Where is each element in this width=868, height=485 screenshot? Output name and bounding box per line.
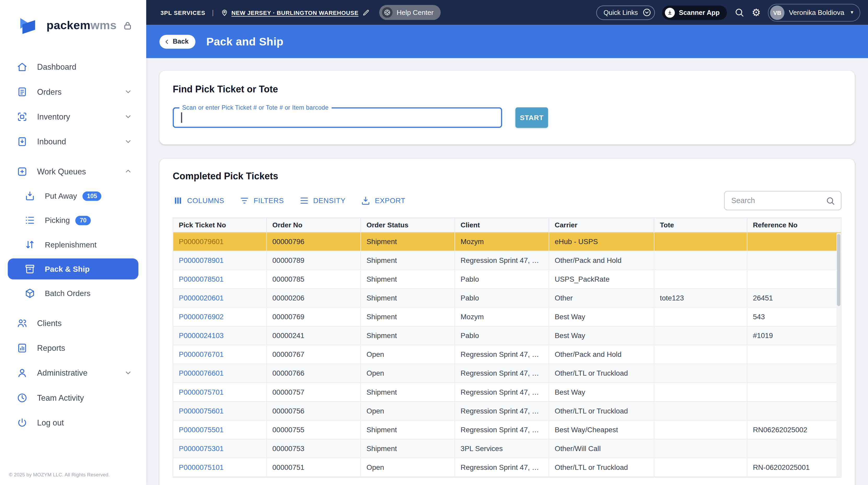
pick-ticket-link[interactable]: P0000078501 <box>179 275 224 284</box>
text-cursor <box>181 112 182 123</box>
count-badge: 70 <box>75 216 91 225</box>
edit-warehouse-icon[interactable] <box>363 9 370 17</box>
pick-ticket-link[interactable]: P0000024103 <box>179 331 224 340</box>
pick-ticket-link[interactable]: P0000076902 <box>179 313 224 321</box>
sidebar-item-picking[interactable]: Picking70 <box>0 208 146 232</box>
cell-client: Regression Sprint 47, … <box>455 364 549 382</box>
start-button[interactable]: START <box>516 107 548 128</box>
pick-ticket-link[interactable]: P0000075701 <box>179 388 224 396</box>
sidebar-item-inbound[interactable]: Inbound <box>0 129 146 154</box>
sidebar-item-administrative[interactable]: Administrative <box>0 360 146 385</box>
cell-pick-ticket-no: P0000078501 <box>174 270 267 288</box>
pick-ticket-link[interactable]: P0000020601 <box>179 294 224 302</box>
columns-button[interactable]: COLUMNS <box>173 195 224 206</box>
table-row[interactable]: P000007670100000767OpenRegression Sprint… <box>174 345 841 364</box>
column-header-pick-ticket-no[interactable]: Pick Ticket No <box>174 218 267 232</box>
cell-order-status: Shipment <box>361 383 455 401</box>
search-icon[interactable] <box>734 7 744 18</box>
sidebar-item-work-queues[interactable]: Work Queues <box>0 159 146 184</box>
table-row[interactable]: P000007890100000789ShipmentRegression Sp… <box>174 251 841 270</box>
cell-order-status: Open <box>361 458 455 476</box>
brand-logo-icon <box>17 14 40 37</box>
columns-icon <box>173 195 183 206</box>
cell-order-status: Open <box>361 345 455 364</box>
table-row[interactable]: P000002410300000241ShipmentPabloBest Way… <box>174 327 841 345</box>
cell-carrier: Best Way <box>549 308 654 326</box>
column-header-tote[interactable]: Tote <box>654 218 747 232</box>
sidebar-item-clients[interactable]: Clients <box>0 311 146 335</box>
table-row[interactable]: P000007550100000755ShipmentRegression Sp… <box>174 421 841 439</box>
column-header-carrier[interactable]: Carrier <box>549 218 654 232</box>
column-header-reference-no[interactable]: Reference No <box>747 218 841 232</box>
cell-client: Regression Sprint 47, … <box>455 251 549 269</box>
back-label: Back <box>173 38 189 45</box>
table-row[interactable]: P000002060100000206ShipmentPabloOthertot… <box>174 289 841 308</box>
filter-icon <box>239 195 250 206</box>
brand-header: packemwms <box>0 0 146 46</box>
sidebar-item-inventory[interactable]: Inventory <box>0 104 146 129</box>
density-button[interactable]: DENSITY <box>299 195 345 206</box>
cell-pick-ticket-no: P0000076701 <box>174 345 267 364</box>
pick-ticket-link[interactable]: P0000075501 <box>179 425 224 434</box>
quick-links-label: Quick Links <box>603 9 638 17</box>
scan-field-label: Scan or enter Pick Ticket # or Tote # or… <box>179 104 331 111</box>
sidebar-item-log-out[interactable]: Log out <box>0 410 146 435</box>
column-header-order-no[interactable]: Order No <box>267 218 361 232</box>
column-header-order-status[interactable]: Order Status <box>361 218 455 232</box>
sidebar-item-team-activity[interactable]: Team Activity <box>0 385 146 410</box>
quick-links-button[interactable]: Quick Links <box>596 5 655 20</box>
pick-ticket-link[interactable]: P0000078901 <box>179 256 224 265</box>
cell-reference-no <box>747 251 841 269</box>
sidebar-item-batch-orders[interactable]: Batch Orders <box>0 281 146 305</box>
table-row[interactable]: P000007530100000753Shipment3PL ServicesO… <box>174 439 841 458</box>
help-lifebuoy-icon <box>382 7 393 18</box>
table-row[interactable]: P000007960100000796ShipmentMozymeHub - U… <box>174 232 841 251</box>
pick-ticket-link[interactable]: P0000076601 <box>179 369 224 378</box>
pick-ticket-link[interactable]: P0000079601 <box>179 237 224 246</box>
chevron-down-icon <box>124 87 133 96</box>
table-row[interactable]: P000007510100000751OpenRegression Sprint… <box>174 458 841 477</box>
back-button[interactable]: Back <box>160 35 195 48</box>
completed-card-title: Completed Pick Tickets <box>173 171 841 182</box>
cell-reference-no: #1019 <box>747 327 841 345</box>
sidebar-item-put-away[interactable]: Put Away105 <box>0 184 146 208</box>
scan-input[interactable] <box>174 108 501 127</box>
table-body: P000007960100000796ShipmentMozymeHub - U… <box>174 232 841 477</box>
filters-button[interactable]: FILTERS <box>239 195 284 206</box>
scrollbar-thumb[interactable] <box>837 234 840 306</box>
cell-pick-ticket-no: P0000024103 <box>174 327 267 345</box>
table-row[interactable]: P000007660100000766OpenRegression Sprint… <box>174 364 841 383</box>
help-center-button[interactable]: Help Center <box>379 5 441 20</box>
warehouse-link[interactable]: NEW JERSEY · BURLINGTON WAREHOUSE <box>231 9 358 16</box>
avatar: VB <box>770 5 784 20</box>
export-button[interactable]: EXPORT <box>360 195 405 206</box>
cell-order-no: 00000755 <box>267 421 361 439</box>
location-pin-icon <box>220 8 229 17</box>
table-row[interactable]: P000007850100000785ShipmentPabloUSPS_Pac… <box>174 270 841 289</box>
pick-ticket-link[interactable]: P0000075101 <box>179 463 224 472</box>
search-input[interactable] <box>732 197 826 205</box>
cell-client: Regression Sprint 47, … <box>455 345 549 364</box>
table-row[interactable]: P000007570100000757ShipmentRegression Sp… <box>174 383 841 402</box>
cell-tote <box>654 458 747 476</box>
page-header: Back Pack and Ship <box>146 25 868 58</box>
cell-pick-ticket-no: P0000076601 <box>174 364 267 382</box>
table-row[interactable]: P000007560100000756OpenRegression Sprint… <box>174 402 841 421</box>
pick-ticket-link[interactable]: P0000075601 <box>179 407 224 415</box>
sidebar-nav: DashboardOrdersInventoryInboundWork Queu… <box>0 46 146 435</box>
table-row[interactable]: P000007690200000769ShipmentMozymBest Way… <box>174 308 841 327</box>
sidebar-item-replenishment[interactable]: Replenishment <box>0 232 146 257</box>
cell-tote <box>654 402 747 420</box>
sidebar-item-pack-ship[interactable]: Pack & Ship <box>8 258 138 280</box>
sidebar-item-orders[interactable]: Orders <box>0 79 146 104</box>
pick-ticket-link[interactable]: P0000076701 <box>179 350 224 359</box>
settings-gear-icon[interactable]: ⚙ <box>752 7 761 18</box>
pick-ticket-link[interactable]: P0000075301 <box>179 444 224 453</box>
sidebar-item-dashboard[interactable]: Dashboard <box>0 54 146 79</box>
scanner-app-button[interactable]: Scanner App <box>662 5 727 20</box>
column-header-client[interactable]: Client <box>455 218 549 232</box>
cell-tote <box>654 439 747 458</box>
sidebar-item-reports[interactable]: Reports <box>0 335 146 360</box>
sidebar-lock-icon[interactable] <box>122 20 133 31</box>
user-menu[interactable]: VB Veronika Boldiova ▼ <box>768 4 860 22</box>
